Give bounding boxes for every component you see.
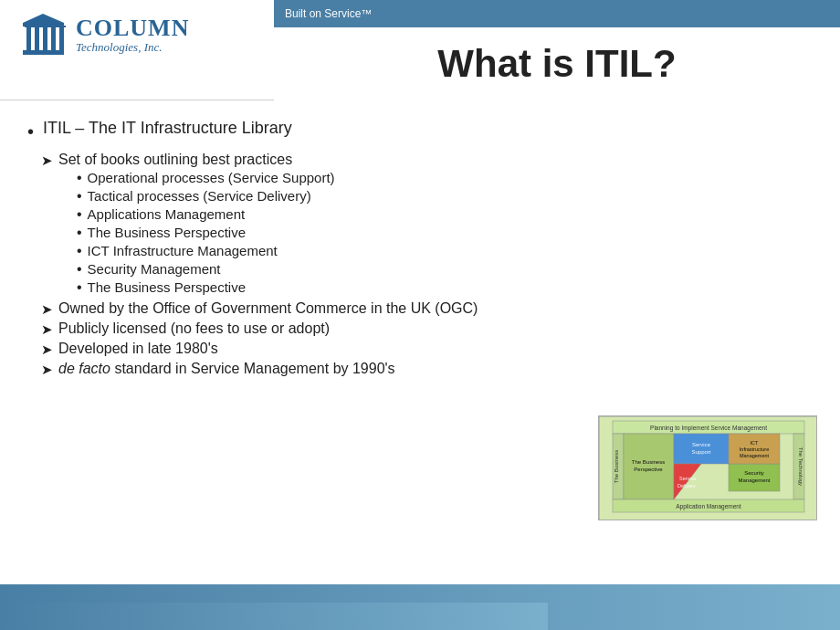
svg-rect-0 [23,50,64,55]
small-dot-2: • [77,188,82,205]
slide-title-area: What is ITIL? [274,27,840,100]
svg-text:Perspective: Perspective [634,467,663,472]
temple-icon [18,9,68,59]
sub-sub-text-7: The Business Perspective [88,279,246,295]
svg-text:Management: Management [740,453,770,458]
small-dot-4: • [77,225,82,241]
small-dot-7: • [77,279,82,296]
svg-rect-12 [58,26,66,27]
svg-text:ICT: ICT [751,440,760,446]
small-dot-5: • [77,243,82,259]
svg-text:Application Management: Application Management [676,503,741,510]
svg-marker-1 [23,14,64,23]
svg-text:The Technology: The Technology [798,447,803,486]
svg-text:The Business: The Business [614,450,619,483]
sub-item-books: ➤ Set of books outlining best practices … [41,152,813,298]
slide-title: What is ITIL? [437,42,676,86]
itil-diagram: Planning to Implement Service Management… [598,415,817,520]
arrow-icon-4: ➤ [41,341,53,358]
logo-wrapper: COLUMN Technologies, Inc. [18,9,189,59]
svg-rect-4 [35,26,39,50]
sub-item-licensed: ➤ Publicly licensed (no fees to use or a… [41,320,813,338]
sub-sub-text-4: The Business Perspective [88,225,246,240]
sub-sub-item-3: • Applications Management [77,206,335,223]
svg-text:Support: Support [691,449,710,455]
sub-item-books-text: Set of books outlining best practices [58,152,292,167]
main-bullet-text: ITIL – The IT Infrastructure Library [43,119,292,138]
logo-area: COLUMN Technologies, Inc. [18,9,189,59]
sub-bullet-list: ➤ Set of books outlining best practices … [41,152,813,378]
sub-item-defacto: ➤ de facto standard in Service Managemen… [41,361,813,378]
small-dot-1: • [77,170,82,186]
sub-sub-item-7: • The Business Perspective [77,279,335,296]
svg-rect-10 [41,26,49,27]
arrow-icon-1: ➤ [41,152,53,169]
svg-text:The Business: The Business [632,459,665,465]
sub-sub-item-5: • ICT Infrastructure Management [77,243,335,259]
logo-text-area: COLUMN Technologies, Inc. [76,15,189,55]
sub-item-books-content: Set of books outlining best practices • … [58,152,335,298]
small-dot-3: • [77,206,82,223]
sub-item-1980s: ➤ Developed in late 1980's [41,341,813,358]
svg-rect-11 [49,26,58,27]
svg-text:Security: Security [744,470,764,476]
footer-bar-inner [0,603,548,630]
sub-item-ogc-text: Owned by the Office of Government Commer… [58,300,478,317]
sub-item-defacto-text: de facto standard in Service Management … [58,361,395,377]
main-bullet-item: • ITIL – The IT Infrastructure Library [27,119,813,144]
built-on-service-bar: Built on Service™ [274,0,840,27]
small-dot-6: • [77,261,82,278]
svg-text:Delivery: Delivery [677,483,696,488]
arrow-icon-2: ➤ [41,301,53,318]
main-bullet-list: • ITIL – The IT Infrastructure Library [27,119,813,144]
svg-text:Management: Management [738,478,770,483]
sub-sub-list: • Operational processes (Service Support… [77,170,335,296]
sub-item-1980s-text: Developed in late 1980's [58,341,218,357]
sub-sub-item-2: • Tactical processes (Service Delivery) [77,188,335,205]
logo-column-text: COLUMN [76,15,189,42]
sub-sub-text-1: Operational processes (Service Support) [88,170,335,185]
svg-text:Service: Service [679,476,696,481]
sub-sub-text-5: ICT Infrastructure Management [88,243,278,258]
svg-rect-7 [59,26,64,50]
svg-rect-3 [26,26,31,50]
svg-rect-6 [51,26,56,50]
sub-sub-text-6: Security Management [88,261,221,277]
logo-technologies-text: Technologies, Inc. [76,40,189,55]
sub-sub-text-2: Tactical processes (Service Delivery) [88,188,311,204]
sub-item-ogc: ➤ Owned by the Office of Government Comm… [41,300,813,318]
sub-sub-item-4: • The Business Perspective [77,225,335,241]
sub-sub-item-6: • Security Management [77,261,335,278]
arrow-icon-3: ➤ [41,321,53,338]
defacto-italic: de facto [58,361,110,376]
main-bullet-dot: • [27,119,34,144]
footer-bar [0,584,840,630]
built-on-service-label: Built on Service™ [285,7,372,20]
svg-text:Infrastructure: Infrastructure [740,446,769,452]
svg-text:Service: Service [692,442,711,447]
sub-sub-item-1: • Operational processes (Service Support… [77,170,335,186]
svg-rect-9 [33,26,41,27]
header: COLUMN Technologies, Inc. Built on Servi… [0,0,840,100]
svg-rect-8 [25,26,33,27]
svg-text:Planning to Implement Service : Planning to Implement Service Management [650,425,767,432]
diagram-svg: Planning to Implement Service Management… [599,416,817,520]
sub-sub-text-3: Applications Management [88,206,246,222]
svg-rect-5 [43,26,47,50]
arrow-icon-5: ➤ [41,362,53,378]
sub-item-licensed-text: Publicly licensed (no fees to use or ado… [58,320,330,337]
main-content: • ITIL – The IT Infrastructure Library ➤… [0,105,840,584]
